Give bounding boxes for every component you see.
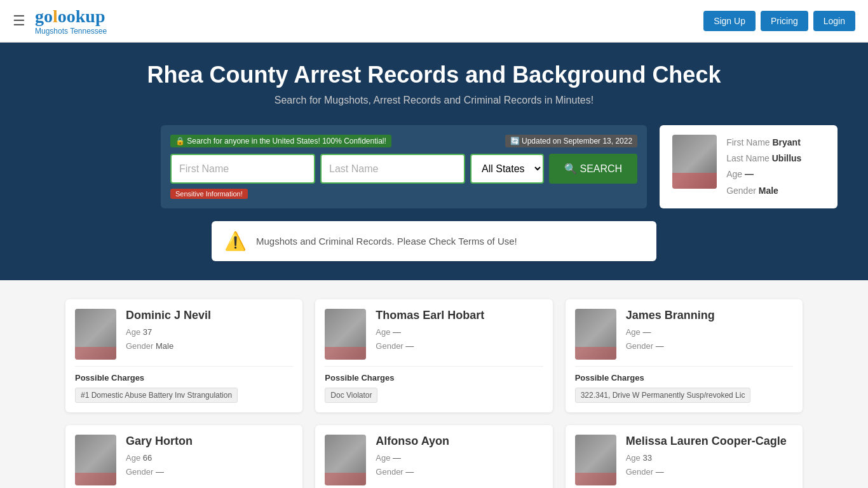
logo-text: golookup xyxy=(35,6,107,27)
record-card[interactable]: Gary Horton Age 66 Gender — Possible Cha… xyxy=(65,425,302,488)
record-age: Age 66 xyxy=(126,451,193,465)
record-header: Alfonso Ayon Age — Gender — xyxy=(325,435,543,485)
record-age: Age 33 xyxy=(626,451,787,465)
record-info: Alfonso Ayon Age — Gender — xyxy=(376,435,449,485)
record-age: Age 37 xyxy=(126,325,211,339)
record-charges: Possible Charges 322.341, Drive W Perman… xyxy=(575,366,793,403)
login-button[interactable]: Login xyxy=(813,11,855,31)
record-name: Melissa Lauren Cooper-Cagle xyxy=(626,435,787,448)
record-header: Dominic J Nevil Age 37 Gender Male xyxy=(75,309,293,360)
record-age: Age — xyxy=(376,451,449,465)
state-select[interactable]: All States xyxy=(470,154,544,184)
record-header: James Branning Age — Gender — xyxy=(575,309,793,360)
charge-badge: #1 Domestic Abuse Battery Inv Strangulat… xyxy=(75,388,238,403)
record-header: Melissa Lauren Cooper-Cagle Age 33 Gende… xyxy=(575,435,793,485)
search-button[interactable]: SEARCH xyxy=(549,154,637,184)
record-age: Age — xyxy=(626,325,715,339)
record-name: Gary Horton xyxy=(126,435,193,448)
record-info: Melissa Lauren Cooper-Cagle Age 33 Gende… xyxy=(626,435,787,485)
record-gender: Gender — xyxy=(376,465,449,479)
record-card[interactable]: Thomas Earl Hobart Age — Gender — Possib… xyxy=(315,299,552,412)
side-age: Age — xyxy=(726,166,801,182)
record-avatar xyxy=(325,435,366,485)
signup-button[interactable]: Sign Up xyxy=(703,11,756,31)
charges-label: Possible Charges xyxy=(325,373,543,383)
charges-label: Possible Charges xyxy=(575,373,793,383)
record-avatar xyxy=(325,309,366,360)
record-info: Gary Horton Age 66 Gender — xyxy=(126,435,193,485)
record-name: Alfonso Ayon xyxy=(376,435,449,448)
record-avatar xyxy=(575,435,616,485)
warning-bar: ⚠️ Mugshots and Criminal Records. Please… xyxy=(212,221,656,261)
record-gender: Gender — xyxy=(626,339,715,353)
record-info: James Branning Age — Gender — xyxy=(626,309,715,360)
record-charges: Possible Charges Doc Violator xyxy=(325,366,543,403)
side-card-content: First Name Bryant Last Name Ubillus Age … xyxy=(672,135,825,199)
confidential-label: Search for anyone in the United States! … xyxy=(170,135,391,147)
header-right: Sign Up Pricing Login xyxy=(703,11,855,31)
side-first-name: First Name Bryant xyxy=(726,135,801,151)
record-age: Age — xyxy=(376,325,484,339)
page-title: Rhea County Arrest Records and Backgroun… xyxy=(13,62,855,88)
record-card[interactable]: Melissa Lauren Cooper-Cagle Age 33 Gende… xyxy=(566,425,803,488)
side-card: First Name Bryant Last Name Ubillus Age … xyxy=(660,125,837,208)
record-gender: Gender Male xyxy=(126,339,211,353)
side-info: First Name Bryant Last Name Ubillus Age … xyxy=(726,135,801,199)
first-name-input[interactable] xyxy=(170,154,315,184)
sensitive-badge: Sensitive Information! xyxy=(170,189,248,199)
records-grid: Dominic J Nevil Age 37 Gender Male Possi… xyxy=(65,299,803,488)
charge-badge: Doc Violator xyxy=(325,388,377,403)
records-section: Dominic J Nevil Age 37 Gender Male Possi… xyxy=(53,280,815,488)
logo[interactable]: golookup Mugshots Tennessee xyxy=(35,6,107,36)
search-box: Search for anyone in the United States! … xyxy=(161,125,647,208)
record-card[interactable]: Alfonso Ayon Age — Gender — Possible Cha… xyxy=(315,425,552,488)
record-gender: Gender — xyxy=(376,339,484,353)
record-name: Thomas Earl Hobart xyxy=(376,309,484,322)
side-gender: Gender Male xyxy=(726,183,801,199)
header-left: ☰ golookup Mugshots Tennessee xyxy=(13,6,107,36)
record-gender: Gender — xyxy=(626,465,787,479)
record-card[interactable]: Dominic J Nevil Age 37 Gender Male Possi… xyxy=(65,299,302,412)
search-info-bar: Search for anyone in the United States! … xyxy=(170,135,637,147)
record-name: Dominic J Nevil xyxy=(126,309,211,322)
menu-icon[interactable]: ☰ xyxy=(13,13,25,29)
record-avatar xyxy=(75,309,116,360)
charge-badge: 322.341, Drive W Permanently Susp/revoke… xyxy=(575,388,751,403)
warning-icon: ⚠️ xyxy=(224,231,247,252)
logo-subtitle: Mugshots Tennessee xyxy=(35,27,107,36)
hero-subtitle: Search for Mugshots, Arrest Records and … xyxy=(13,95,855,106)
record-name: James Branning xyxy=(626,309,715,322)
search-section: Search for anyone in the United States! … xyxy=(0,125,868,280)
side-avatar xyxy=(672,135,717,189)
warning-text: Mugshots and Criminal Records. Please Ch… xyxy=(256,236,517,247)
hero-section: Rhea County Arrest Records and Backgroun… xyxy=(0,43,868,125)
search-inputs: All States SEARCH xyxy=(170,154,637,184)
record-charges: Possible Charges #1 Domestic Abuse Batte… xyxy=(75,366,293,403)
record-info: Dominic J Nevil Age 37 Gender Male xyxy=(126,309,211,360)
record-gender: Gender — xyxy=(126,465,193,479)
search-container: Search for anyone in the United States! … xyxy=(161,125,707,208)
side-last-name: Last Name Ubillus xyxy=(726,151,801,166)
charges-label: Possible Charges xyxy=(75,373,293,383)
record-header: Thomas Earl Hobart Age — Gender — xyxy=(325,309,543,360)
record-header: Gary Horton Age 66 Gender — xyxy=(75,435,293,485)
last-name-input[interactable] xyxy=(320,154,465,184)
record-info: Thomas Earl Hobart Age — Gender — xyxy=(376,309,484,360)
header: ☰ golookup Mugshots Tennessee Sign Up Pr… xyxy=(0,0,868,43)
pricing-button[interactable]: Pricing xyxy=(761,11,808,31)
record-card[interactable]: James Branning Age — Gender — Possible C… xyxy=(566,299,803,412)
updated-label: Updated on September 13, 2022 xyxy=(505,135,637,147)
record-avatar xyxy=(75,435,116,485)
record-avatar xyxy=(575,309,616,360)
